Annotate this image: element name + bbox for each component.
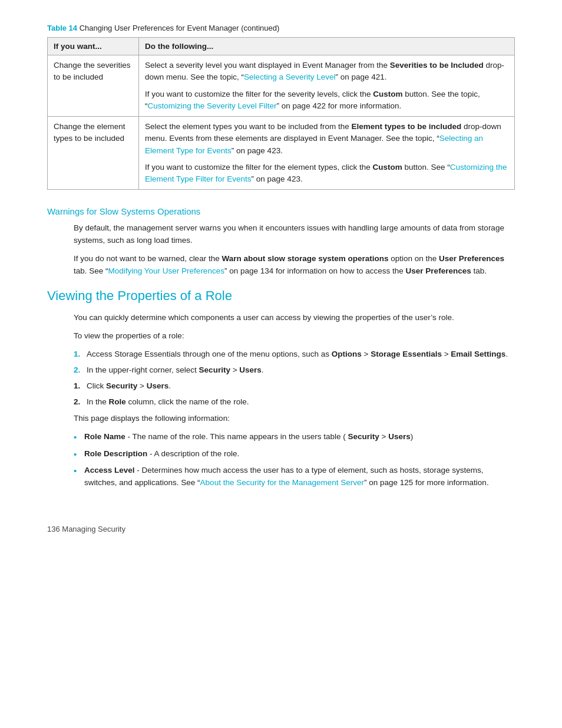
step-3-num: 1. <box>74 380 87 393</box>
bold-user-prefs-2: User Preferences <box>406 266 471 275</box>
col1-header: If you want... <box>48 38 139 55</box>
bullet-role-desc-text: Role Description - A description of the … <box>84 448 239 461</box>
step-1-text: Access Storage Essentials through one of… <box>87 348 508 361</box>
viewing-section-heading: Viewing the Properties of a Role <box>47 288 515 304</box>
bold-security-3: Security <box>348 432 379 441</box>
table-caption: Table 14 Changing User Preferences for E… <box>47 24 515 32</box>
viewing-intro: You can quickly determine which componen… <box>74 312 515 324</box>
bold-custom-2: Custom <box>372 163 402 172</box>
bold-security-1: Security <box>199 365 230 374</box>
link-selecting-element[interactable]: Selecting an Element Type for Events <box>145 134 483 154</box>
row2-right-para2: If you want to customize the filter for … <box>145 162 508 186</box>
step-2-num: 2. <box>74 364 87 377</box>
main-table: If you want... Do the following... Chang… <box>47 37 515 190</box>
step-3-text: Click Security > Users. <box>87 380 171 393</box>
step-1: 1. Access Storage Essentials through one… <box>74 348 515 361</box>
step-1-num: 1. <box>74 348 87 361</box>
link-customizing-element[interactable]: Customizing the Element Type Filter for … <box>145 163 507 183</box>
table-row: Change the element types to be included … <box>48 117 515 190</box>
page-footer: 136 Managing Security <box>47 525 515 533</box>
step-2: 2. In the upper-right corner, select Sec… <box>74 364 515 377</box>
bullet-access-level: • Access Level - Determines how much acc… <box>74 465 515 489</box>
step-4-num: 2. <box>74 396 87 409</box>
table-label: Table 14 <box>47 24 77 32</box>
bold-user-prefs-1: User Preferences <box>439 254 504 263</box>
row1-right-para2: If you want to customize the filter for … <box>145 88 508 113</box>
bold-warn-option: Warn about slow storage system operation… <box>222 254 388 263</box>
bold-security-2: Security <box>106 381 137 390</box>
bullet-icon-2: • <box>74 447 84 461</box>
bold-storage-essentials: Storage Essentials <box>371 350 442 358</box>
bold-users-2: Users <box>147 381 169 390</box>
row1-right-para1: Select a severity level you want display… <box>145 60 508 84</box>
row2-right-para1: Select the element types you want to be … <box>145 121 508 157</box>
bullet-role-name-text: Role Name - The name of the role. This n… <box>84 431 413 444</box>
bold-severities: Severities to be Included <box>390 61 484 70</box>
link-selecting-severity[interactable]: Selecting a Severity Level <box>244 73 335 81</box>
step-4: 2. In the Role column, click the name of… <box>74 396 515 409</box>
step-3: 1. Click Security > Users. <box>74 380 515 393</box>
link-customizing-severity[interactable]: Customizing the Severity Level Filter <box>148 101 277 110</box>
bold-options: Options <box>332 350 362 358</box>
row2-left: Change the element types to be included <box>48 117 139 190</box>
table-caption-text: Changing User Preferences for Event Mana… <box>80 24 280 32</box>
bold-element-types: Element types to be included <box>351 122 461 131</box>
row1-right: Select a severity level you want display… <box>139 55 515 117</box>
this-page-label: This page displays the following informa… <box>74 413 515 425</box>
bullet-icon-1: • <box>74 430 84 444</box>
bullet-role-desc: • Role Description - A description of th… <box>74 448 515 461</box>
row1-left: Change the severities to be included <box>48 55 139 117</box>
bullet-role-name: • Role Name - The name of the role. This… <box>74 431 515 444</box>
bold-email-settings: Email Settings <box>451 350 505 358</box>
warnings-para1: By default, the management server warns … <box>74 222 515 247</box>
bullet-icon-3: • <box>74 464 84 489</box>
bold-role-name: Role Name <box>84 432 125 441</box>
warnings-para2: If you do not want to be warned, clear t… <box>74 253 515 278</box>
link-modifying-prefs[interactable]: Modifying Your User Preferences <box>108 266 224 275</box>
step-4-text: In the Role column, click the name of th… <box>87 396 249 409</box>
bold-access-level: Access Level <box>84 466 135 475</box>
bullet-access-level-text: Access Level - Determines how much acces… <box>84 465 515 489</box>
row2-right: Select the element types you want to be … <box>139 117 515 190</box>
link-about-security[interactable]: About the Security for the Management Se… <box>200 478 364 487</box>
bold-users-1: Users <box>239 365 262 374</box>
bold-role-col: Role <box>109 397 126 406</box>
bold-users-3: Users <box>388 432 411 441</box>
to-view-label: To view the properties of a role: <box>74 330 515 342</box>
col2-header: Do the following... <box>139 38 515 55</box>
bold-role-desc: Role Description <box>84 449 147 458</box>
table-row: Change the severities to be included Sel… <box>48 55 515 117</box>
step-2-text: In the upper-right corner, select Securi… <box>87 364 264 377</box>
warnings-section-heading: Warnings for Slow Systems Operations <box>47 206 515 216</box>
bold-custom-1: Custom <box>373 90 402 98</box>
